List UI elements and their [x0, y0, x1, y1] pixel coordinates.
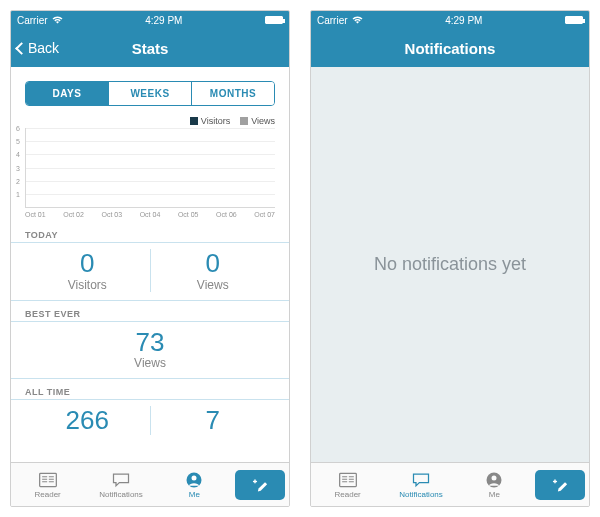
back-button[interactable]: Back — [17, 40, 59, 56]
reader-icon — [38, 471, 58, 489]
views-swatch-icon — [240, 117, 248, 125]
today-visitors-cell: 0 Visitors — [25, 249, 150, 292]
time-label: 4:29 PM — [145, 15, 182, 26]
segment-weeks[interactable]: WEEKS — [108, 82, 191, 105]
all-time-right-value: 7 — [151, 406, 276, 435]
best-ever-views-value: 73 — [25, 328, 275, 357]
person-icon — [484, 471, 504, 489]
today-row: 0 Visitors 0 Views — [11, 243, 289, 301]
tab-me[interactable]: Me — [158, 463, 231, 506]
best-ever-views-cell: 73 Views — [25, 328, 275, 371]
tab-notifications[interactable]: Notifications — [84, 463, 157, 506]
carrier-label: Carrier — [17, 15, 48, 26]
notifications-phone: Carrier 4:29 PM Notifications No notific… — [310, 10, 590, 507]
today-views-label: Views — [151, 278, 276, 292]
best-ever-row: 73 Views — [11, 322, 289, 380]
today-views-value: 0 — [151, 249, 276, 278]
compose-button[interactable] — [535, 470, 585, 500]
legend-views: Views — [240, 116, 275, 126]
svg-rect-9 — [339, 473, 356, 486]
section-best-label: BEST EVER — [11, 301, 289, 322]
stats-phone: Carrier 4:29 PM Back Stats DAYS WEEKS MO… — [10, 10, 290, 507]
all-time-right-cell: 7 — [151, 406, 276, 435]
speech-bubble-icon — [111, 471, 131, 489]
all-time-left-cell: 266 — [25, 406, 150, 435]
page-title: Notifications — [405, 40, 496, 57]
stats-chart: 123456 Oct 01Oct 02Oct 03Oct 04Oct 05Oct… — [11, 128, 289, 222]
empty-text: No notifications yet — [374, 254, 526, 275]
svg-point-8 — [192, 475, 197, 480]
time-label: 4:29 PM — [445, 15, 482, 26]
chart-legend: Visitors Views — [11, 112, 289, 128]
battery-icon — [265, 16, 283, 24]
compose-icon — [550, 476, 570, 494]
compose-button[interactable] — [235, 470, 285, 500]
status-bar: Carrier 4:29 PM — [311, 11, 589, 29]
today-visitors-value: 0 — [25, 249, 150, 278]
tab-compose[interactable] — [231, 463, 289, 506]
section-today-label: TODAY — [11, 222, 289, 243]
segment-months[interactable]: MONTHS — [191, 82, 274, 105]
notifications-empty-state: No notifications yet — [311, 67, 589, 462]
page-title: Stats — [132, 40, 169, 57]
all-time-row: 266 7 — [11, 400, 289, 435]
today-views-cell: 0 Views — [151, 249, 276, 292]
visitors-swatch-icon — [190, 117, 198, 125]
legend-visitors: Visitors — [190, 116, 230, 126]
all-time-left-value: 266 — [25, 406, 150, 435]
nav-bar: Back Stats — [11, 29, 289, 67]
wifi-icon — [52, 15, 63, 26]
speech-bubble-icon — [411, 471, 431, 489]
today-visitors-label: Visitors — [25, 278, 150, 292]
section-alltime-label: ALL TIME — [11, 379, 289, 400]
stats-content: DAYS WEEKS MONTHS Visitors Views 123456 … — [11, 67, 289, 462]
wifi-icon — [352, 15, 363, 26]
segment-days[interactable]: DAYS — [26, 82, 108, 105]
tab-me[interactable]: Me — [458, 463, 531, 506]
back-label: Back — [28, 40, 59, 56]
svg-point-17 — [492, 475, 497, 480]
tab-reader[interactable]: Reader — [311, 463, 384, 506]
svg-rect-0 — [39, 473, 56, 486]
chevron-left-icon — [15, 42, 28, 55]
status-bar: Carrier 4:29 PM — [11, 11, 289, 29]
nav-bar: Notifications — [311, 29, 589, 67]
tab-bar: Reader Notifications Me — [11, 462, 289, 506]
battery-icon — [565, 16, 583, 24]
tab-notifications[interactable]: Notifications — [384, 463, 457, 506]
range-segmented-control: DAYS WEEKS MONTHS — [25, 81, 275, 106]
tab-reader[interactable]: Reader — [11, 463, 84, 506]
tab-compose[interactable] — [531, 463, 589, 506]
best-ever-views-label: Views — [25, 356, 275, 370]
person-icon — [184, 471, 204, 489]
compose-icon — [250, 476, 270, 494]
carrier-label: Carrier — [317, 15, 348, 26]
tab-bar: Reader Notifications Me — [311, 462, 589, 506]
reader-icon — [338, 471, 358, 489]
